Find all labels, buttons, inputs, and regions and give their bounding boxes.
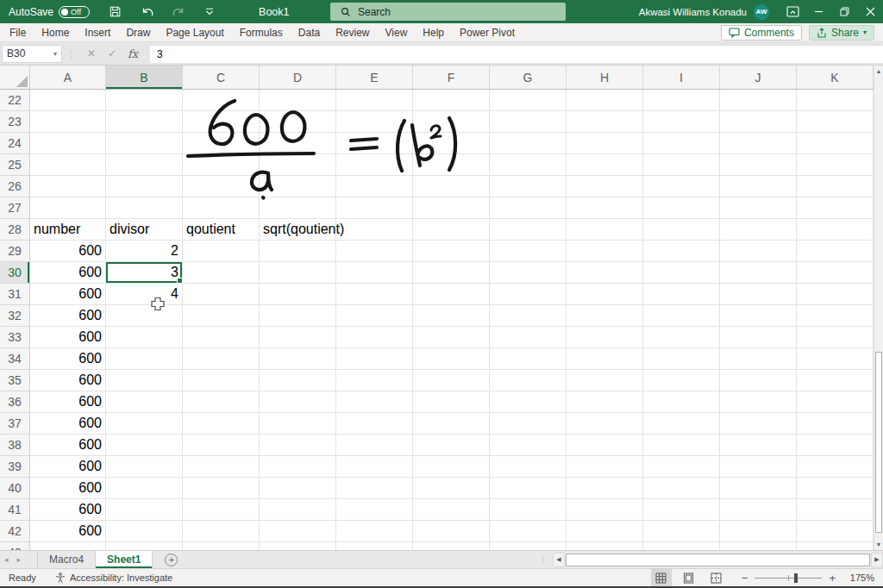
- page-break-preview-button[interactable]: [706, 569, 727, 586]
- cell-I38[interactable]: [643, 435, 720, 456]
- cell-B27[interactable]: [106, 197, 183, 219]
- cell-F33[interactable]: [413, 327, 490, 348]
- tab-review[interactable]: Review: [328, 23, 377, 41]
- column-header-A[interactable]: A: [30, 66, 106, 89]
- cell-H27[interactable]: [567, 197, 643, 219]
- cell-I40[interactable]: [643, 478, 720, 499]
- cell-F42[interactable]: [413, 521, 490, 542]
- row-header-28[interactable]: 28: [0, 219, 30, 241]
- cell-J22[interactable]: [720, 90, 797, 111]
- zoom-level[interactable]: 175%: [845, 572, 874, 583]
- cell-A36[interactable]: 600: [30, 391, 106, 413]
- cell-D23[interactable]: [260, 111, 336, 133]
- column-header-E[interactable]: E: [336, 66, 413, 89]
- cell-E22[interactable]: [336, 90, 413, 111]
- cell-A23[interactable]: [30, 111, 106, 133]
- cell-I27[interactable]: [643, 197, 720, 219]
- column-header-I[interactable]: I: [643, 66, 720, 89]
- cell-B29[interactable]: 2: [106, 241, 183, 262]
- cell-C32[interactable]: [183, 305, 260, 327]
- cell-E24[interactable]: [336, 133, 413, 154]
- cell-H22[interactable]: [567, 90, 643, 111]
- cell-G34[interactable]: [490, 348, 567, 370]
- row-header-41[interactable]: 41: [0, 499, 30, 521]
- cell-A27[interactable]: [30, 197, 106, 219]
- cell-G27[interactable]: [490, 197, 567, 219]
- cell-D42[interactable]: [260, 521, 336, 542]
- cell-D43[interactable]: [260, 542, 336, 550]
- cell-B24[interactable]: [106, 133, 183, 154]
- restore-button[interactable]: [831, 0, 857, 23]
- tab-help[interactable]: Help: [415, 23, 452, 41]
- column-header-B[interactable]: B: [106, 66, 183, 89]
- row-header-39[interactable]: 39: [0, 456, 30, 478]
- cell-K43[interactable]: [797, 542, 874, 550]
- cell-C31[interactable]: [183, 284, 260, 305]
- vertical-scrollbar-thumb[interactable]: [875, 352, 882, 533]
- cell-K36[interactable]: [797, 391, 874, 413]
- cell-B35[interactable]: [106, 370, 183, 391]
- cell-D40[interactable]: [260, 478, 336, 499]
- cell-J41[interactable]: [720, 499, 797, 521]
- scroll-down-icon[interactable]: ▼: [874, 539, 883, 550]
- cell-J33[interactable]: [720, 327, 797, 348]
- select-all-button[interactable]: [0, 66, 30, 89]
- cell-E36[interactable]: [336, 391, 413, 413]
- cell-A33[interactable]: 600: [30, 327, 106, 348]
- cell-I39[interactable]: [643, 456, 720, 478]
- cell-B39[interactable]: [106, 456, 183, 478]
- cell-D27[interactable]: [260, 197, 336, 219]
- cell-K30[interactable]: [797, 262, 874, 284]
- cell-K27[interactable]: [797, 197, 874, 219]
- cell-G31[interactable]: [490, 284, 567, 305]
- row-header-34[interactable]: 34: [0, 348, 30, 370]
- row-header-35[interactable]: 35: [0, 370, 30, 391]
- zoom-in-button[interactable]: +: [826, 572, 838, 585]
- cell-D26[interactable]: [260, 176, 336, 197]
- cell-A31[interactable]: 600: [30, 284, 106, 305]
- cell-F24[interactable]: [413, 133, 490, 154]
- sheet-tab-sheet1[interactable]: Sheet1: [96, 551, 153, 568]
- cell-B33[interactable]: [106, 327, 183, 348]
- tab-formulas[interactable]: Formulas: [232, 23, 291, 41]
- cell-K41[interactable]: [797, 499, 874, 521]
- cell-G40[interactable]: [490, 478, 567, 499]
- cell-C23[interactable]: [183, 111, 260, 133]
- row-header-31[interactable]: 31: [0, 284, 30, 305]
- cell-I34[interactable]: [643, 348, 720, 370]
- autosave-toggle[interactable]: AutoSave Off: [0, 6, 90, 18]
- cell-C42[interactable]: [183, 521, 260, 542]
- tab-power-pivot[interactable]: Power Pivot: [452, 23, 523, 41]
- cell-G26[interactable]: [490, 176, 567, 197]
- cell-B43[interactable]: [106, 542, 183, 550]
- redo-icon[interactable]: [166, 0, 191, 23]
- cell-D28[interactable]: sqrt(qoutient): [260, 219, 336, 241]
- cell-D30[interactable]: [260, 262, 336, 284]
- cell-H37[interactable]: [567, 413, 643, 435]
- row-header-29[interactable]: 29: [0, 241, 30, 262]
- cell-C26[interactable]: [183, 176, 260, 197]
- cell-K33[interactable]: [797, 327, 874, 348]
- cell-G42[interactable]: [490, 521, 567, 542]
- cell-F39[interactable]: [413, 456, 490, 478]
- column-header-K[interactable]: K: [797, 66, 874, 89]
- cell-K29[interactable]: [797, 241, 874, 262]
- avatar[interactable]: AW: [754, 4, 769, 20]
- cell-E43[interactable]: [336, 542, 413, 550]
- cell-I26[interactable]: [643, 176, 720, 197]
- cell-H23[interactable]: [567, 111, 643, 133]
- cell-H41[interactable]: [567, 499, 643, 521]
- cell-C34[interactable]: [183, 348, 260, 370]
- cell-A26[interactable]: [30, 176, 106, 197]
- row-header-33[interactable]: 33: [0, 327, 30, 348]
- cell-C41[interactable]: [183, 499, 260, 521]
- cell-H39[interactable]: [567, 456, 643, 478]
- formula-input[interactable]: 3: [150, 45, 883, 63]
- zoom-out-button[interactable]: −: [739, 572, 751, 585]
- cell-F30[interactable]: [413, 262, 490, 284]
- cell-I37[interactable]: [643, 413, 720, 435]
- column-header-H[interactable]: H: [567, 66, 643, 89]
- column-header-F[interactable]: F: [413, 66, 490, 89]
- row-header-36[interactable]: 36: [0, 391, 30, 413]
- name-box[interactable]: B30 ▾: [2, 45, 62, 63]
